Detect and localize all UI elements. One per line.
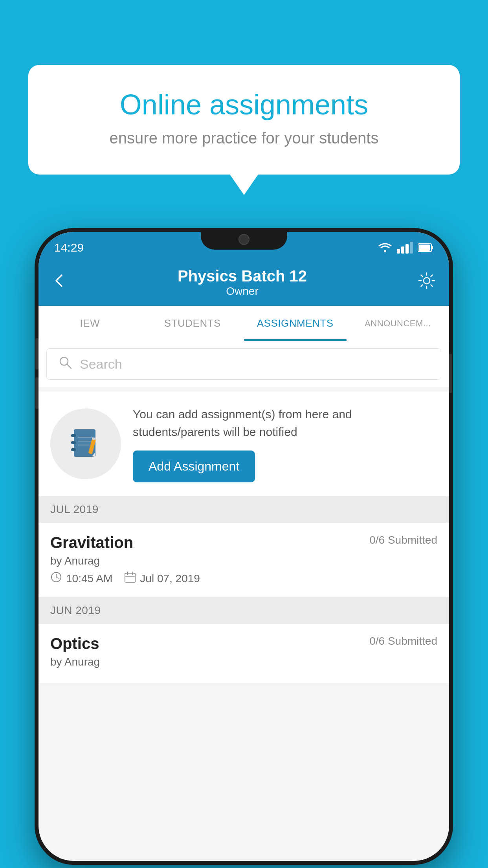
assignment-item-top: Gravitation 0/6 Submitted <box>50 534 437 552</box>
svg-rect-20 <box>125 573 135 582</box>
assignment-author: by Anurag <box>50 555 437 567</box>
assignment-icon-circle <box>50 408 121 479</box>
tab-assignments[interactable]: ASSIGNMENTS <box>244 306 347 341</box>
notebook-icon <box>68 426 103 462</box>
header-center: Physics Batch 12 Owner <box>178 267 307 298</box>
search-placeholder: Search <box>80 357 122 372</box>
assignment-item-gravitation[interactable]: Gravitation 0/6 Submitted by Anurag <box>39 523 449 597</box>
settings-button[interactable] <box>418 272 435 293</box>
assignment-item-optics[interactable]: Optics 0/6 Submitted by Anurag <box>39 624 449 684</box>
search-container: Search <box>39 341 449 387</box>
camera <box>238 234 250 245</box>
phone-screen: 14:29 <box>39 232 449 861</box>
search-icon <box>59 356 72 373</box>
signal-icon <box>397 242 413 254</box>
section-jun-2019: JUN 2019 <box>39 597 449 624</box>
app-header: Physics Batch 12 Owner <box>39 259 449 306</box>
svg-rect-8 <box>71 434 76 437</box>
content-area: Search <box>39 341 449 684</box>
status-time: 14:29 <box>54 241 84 254</box>
svg-line-19 <box>56 577 58 578</box>
svg-rect-2 <box>431 246 433 249</box>
wifi-icon <box>378 242 392 253</box>
assignment-card-description: You can add assignment(s) from here and … <box>133 405 437 441</box>
svg-rect-3 <box>419 245 430 251</box>
time-meta: 10:45 AM <box>50 571 112 586</box>
header-title: Physics Batch 12 <box>178 267 307 285</box>
tabs-bar: IEW STUDENTS ASSIGNMENTS ANNOUNCEM... <box>39 306 449 341</box>
add-assignment-card: You can add assignment(s) from here and … <box>39 392 449 496</box>
submitted-count: 0/6 Submitted <box>369 534 437 546</box>
date-meta: Jul 07, 2019 <box>124 571 200 586</box>
tab-students[interactable]: STUDENTS <box>141 306 244 341</box>
bubble-title: Online assignments <box>56 88 432 121</box>
svg-point-4 <box>424 278 430 284</box>
optics-item-top: Optics 0/6 Submitted <box>50 635 437 653</box>
battery-icon <box>418 243 433 252</box>
calendar-icon <box>124 571 136 586</box>
search-bar[interactable]: Search <box>46 348 441 380</box>
volume-up-button <box>35 338 39 370</box>
back-button[interactable] <box>52 273 66 292</box>
status-icons <box>378 242 433 254</box>
assignment-card-right: You can add assignment(s) from here and … <box>133 405 437 482</box>
date-value: Jul 07, 2019 <box>140 572 200 585</box>
power-button <box>449 354 452 393</box>
volume-down-button <box>35 377 39 409</box>
optics-title: Optics <box>50 635 99 653</box>
svg-line-6 <box>67 364 71 368</box>
tab-iew[interactable]: IEW <box>39 306 141 341</box>
notch <box>201 228 287 250</box>
speech-bubble: Online assignments ensure more practice … <box>28 65 460 175</box>
svg-point-0 <box>384 250 386 252</box>
svg-rect-9 <box>71 441 76 444</box>
assignment-meta: 10:45 AM Jul 07, 2019 <box>50 571 437 586</box>
assignment-title: Gravitation <box>50 534 133 552</box>
optics-author: by Anurag <box>50 656 437 668</box>
optics-submitted: 0/6 Submitted <box>369 635 437 647</box>
section-jul-2019: JUL 2019 <box>39 496 449 523</box>
tab-announcements[interactable]: ANNOUNCEM... <box>347 306 449 341</box>
clock-icon <box>50 571 62 586</box>
svg-rect-10 <box>71 448 76 451</box>
header-subtitle: Owner <box>178 285 307 298</box>
phone-frame: 14:29 <box>35 228 453 865</box>
svg-point-5 <box>60 357 68 365</box>
time-value: 10:45 AM <box>66 572 112 585</box>
add-assignment-button[interactable]: Add Assignment <box>133 451 255 482</box>
bubble-subtitle: ensure more practice for your students <box>56 129 432 147</box>
